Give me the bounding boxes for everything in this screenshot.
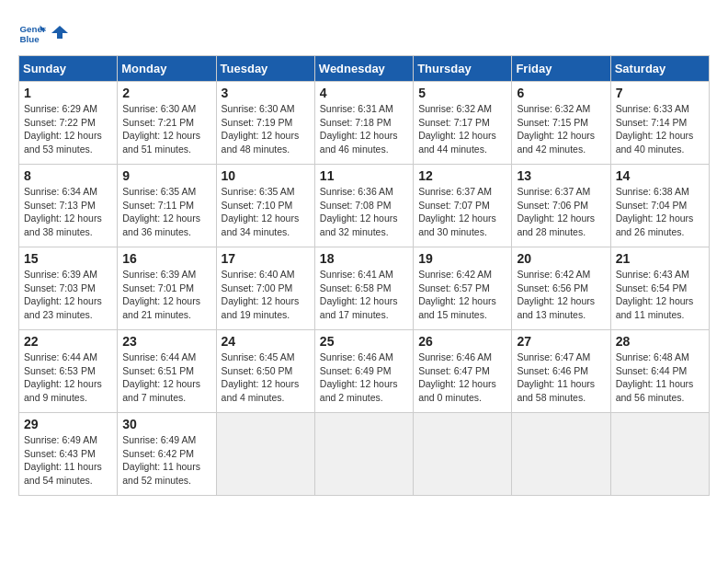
day-number: 15 — [24, 251, 112, 266]
calendar-cell: 19Sunrise: 6:42 AMSunset: 6:57 PMDayligh… — [414, 247, 512, 330]
calendar-cell: 9Sunrise: 6:35 AMSunset: 7:11 PMDaylight… — [118, 165, 216, 247]
day-info: Sunrise: 6:37 AMSunset: 7:06 PMDaylight:… — [517, 185, 605, 239]
calendar-cell: 8Sunrise: 6:34 AMSunset: 7:13 PMDaylight… — [19, 165, 118, 247]
calendar-cell: 3Sunrise: 6:30 AMSunset: 7:19 PMDaylight… — [216, 82, 314, 165]
calendar-cell: 1Sunrise: 6:29 AMSunset: 7:22 PMDaylight… — [19, 82, 118, 165]
day-number: 2 — [122, 86, 210, 100]
day-number: 1 — [24, 86, 112, 100]
calendar-week-3: 15Sunrise: 6:39 AMSunset: 7:03 PMDayligh… — [19, 247, 710, 330]
day-info: Sunrise: 6:32 AMSunset: 7:15 PMDaylight:… — [517, 102, 605, 156]
day-number: 19 — [418, 251, 506, 266]
calendar-cell: 5Sunrise: 6:32 AMSunset: 7:17 PMDaylight… — [414, 82, 512, 165]
calendar-header-saturday: Saturday — [610, 56, 709, 82]
day-info: Sunrise: 6:49 AMSunset: 6:42 PMDaylight:… — [122, 433, 210, 488]
day-info: Sunrise: 6:40 AMSunset: 7:00 PMDaylight:… — [222, 268, 310, 322]
calendar-cell: 22Sunrise: 6:44 AMSunset: 6:53 PMDayligh… — [19, 330, 118, 413]
day-number: 8 — [24, 168, 112, 183]
calendar-cell — [216, 413, 314, 496]
day-number: 26 — [418, 334, 506, 349]
day-info: Sunrise: 6:46 AMSunset: 6:47 PMDaylight:… — [418, 350, 506, 405]
day-info: Sunrise: 6:45 AMSunset: 6:50 PMDaylight:… — [222, 350, 310, 405]
day-number: 22 — [24, 334, 112, 349]
day-number: 11 — [320, 168, 408, 183]
day-info: Sunrise: 6:34 AMSunset: 7:13 PMDaylight:… — [24, 185, 112, 239]
calendar-header-friday: Friday — [512, 56, 610, 82]
calendar-cell — [512, 413, 610, 496]
day-info: Sunrise: 6:44 AMSunset: 6:53 PMDaylight:… — [24, 350, 112, 405]
svg-marker-3 — [51, 26, 68, 39]
calendar-cell: 6Sunrise: 6:32 AMSunset: 7:15 PMDaylight… — [512, 82, 610, 165]
calendar-header-row: SundayMondayTuesdayWednesdayThursdayFrid… — [19, 56, 710, 82]
calendar-cell: 4Sunrise: 6:31 AMSunset: 7:18 PMDaylight… — [314, 82, 413, 165]
day-info: Sunrise: 6:37 AMSunset: 7:07 PMDaylight:… — [418, 185, 506, 239]
day-info: Sunrise: 6:47 AMSunset: 6:46 PMDaylight:… — [517, 350, 605, 405]
calendar-header-sunday: Sunday — [19, 56, 118, 82]
calendar-cell: 18Sunrise: 6:41 AMSunset: 6:58 PMDayligh… — [314, 247, 413, 330]
day-info: Sunrise: 6:35 AMSunset: 7:10 PMDaylight:… — [222, 185, 310, 239]
page-header: General Blue — [18, 18, 710, 46]
calendar-cell: 25Sunrise: 6:46 AMSunset: 6:49 PMDayligh… — [314, 330, 413, 413]
day-number: 29 — [24, 417, 112, 431]
day-info: Sunrise: 6:46 AMSunset: 6:49 PMDaylight:… — [320, 350, 408, 405]
calendar-week-4: 22Sunrise: 6:44 AMSunset: 6:53 PMDayligh… — [19, 330, 710, 413]
day-number: 12 — [418, 168, 506, 183]
calendar-body: 1Sunrise: 6:29 AMSunset: 7:22 PMDaylight… — [19, 82, 710, 496]
calendar-cell: 21Sunrise: 6:43 AMSunset: 6:54 PMDayligh… — [610, 247, 709, 330]
calendar-header-thursday: Thursday — [414, 56, 512, 82]
calendar-cell: 15Sunrise: 6:39 AMSunset: 7:03 PMDayligh… — [19, 247, 118, 330]
day-info: Sunrise: 6:31 AMSunset: 7:18 PMDaylight:… — [320, 102, 408, 156]
calendar-cell: 20Sunrise: 6:42 AMSunset: 6:56 PMDayligh… — [512, 247, 610, 330]
day-info: Sunrise: 6:38 AMSunset: 7:04 PMDaylight:… — [616, 185, 704, 239]
svg-text:Blue: Blue — [20, 34, 40, 44]
calendar-week-5: 29Sunrise: 6:49 AMSunset: 6:43 PMDayligh… — [19, 413, 710, 496]
calendar-table: SundayMondayTuesdayWednesdayThursdayFrid… — [18, 55, 710, 496]
day-info: Sunrise: 6:30 AMSunset: 7:19 PMDaylight:… — [222, 102, 310, 156]
day-number: 25 — [320, 334, 408, 349]
calendar-header-wednesday: Wednesday — [314, 56, 413, 82]
calendar-cell: 11Sunrise: 6:36 AMSunset: 7:08 PMDayligh… — [314, 165, 413, 247]
calendar-header-tuesday: Tuesday — [216, 56, 314, 82]
calendar-cell: 14Sunrise: 6:38 AMSunset: 7:04 PMDayligh… — [610, 165, 709, 247]
day-info: Sunrise: 6:36 AMSunset: 7:08 PMDaylight:… — [320, 185, 408, 239]
calendar-cell: 23Sunrise: 6:44 AMSunset: 6:51 PMDayligh… — [118, 330, 216, 413]
calendar-header-monday: Monday — [118, 56, 216, 82]
day-number: 24 — [222, 334, 310, 349]
day-info: Sunrise: 6:39 AMSunset: 7:03 PMDaylight:… — [24, 268, 112, 322]
day-number: 5 — [418, 86, 506, 100]
calendar-cell — [414, 413, 512, 496]
day-info: Sunrise: 6:32 AMSunset: 7:17 PMDaylight:… — [418, 102, 506, 156]
day-info: Sunrise: 6:39 AMSunset: 7:01 PMDaylight:… — [122, 268, 210, 322]
logo-bird-icon — [51, 24, 68, 40]
day-number: 20 — [517, 251, 605, 266]
day-number: 6 — [517, 86, 605, 100]
day-info: Sunrise: 6:41 AMSunset: 6:58 PMDaylight:… — [320, 268, 408, 322]
calendar-cell — [314, 413, 413, 496]
day-number: 14 — [616, 168, 704, 183]
day-info: Sunrise: 6:35 AMSunset: 7:11 PMDaylight:… — [122, 185, 210, 239]
calendar-cell: 13Sunrise: 6:37 AMSunset: 7:06 PMDayligh… — [512, 165, 610, 247]
day-number: 9 — [122, 168, 210, 183]
calendar-week-1: 1Sunrise: 6:29 AMSunset: 7:22 PMDaylight… — [19, 82, 710, 165]
day-info: Sunrise: 6:49 AMSunset: 6:43 PMDaylight:… — [24, 433, 112, 488]
day-number: 30 — [122, 417, 210, 431]
logo: General Blue — [18, 18, 68, 46]
day-number: 21 — [616, 251, 704, 266]
day-number: 23 — [122, 334, 210, 349]
calendar-cell: 16Sunrise: 6:39 AMSunset: 7:01 PMDayligh… — [118, 247, 216, 330]
calendar-cell — [610, 413, 709, 496]
day-info: Sunrise: 6:33 AMSunset: 7:14 PMDaylight:… — [616, 102, 704, 156]
calendar-cell: 24Sunrise: 6:45 AMSunset: 6:50 PMDayligh… — [216, 330, 314, 413]
day-info: Sunrise: 6:43 AMSunset: 6:54 PMDaylight:… — [616, 268, 704, 322]
day-info: Sunrise: 6:29 AMSunset: 7:22 PMDaylight:… — [24, 102, 112, 156]
calendar-cell: 27Sunrise: 6:47 AMSunset: 6:46 PMDayligh… — [512, 330, 610, 413]
day-number: 17 — [222, 251, 310, 266]
calendar-cell: 30Sunrise: 6:49 AMSunset: 6:42 PMDayligh… — [118, 413, 216, 496]
day-info: Sunrise: 6:44 AMSunset: 6:51 PMDaylight:… — [122, 350, 210, 405]
day-number: 28 — [616, 334, 704, 349]
day-number: 10 — [222, 168, 310, 183]
calendar-cell: 12Sunrise: 6:37 AMSunset: 7:07 PMDayligh… — [414, 165, 512, 247]
calendar-cell: 28Sunrise: 6:48 AMSunset: 6:44 PMDayligh… — [610, 330, 709, 413]
day-number: 7 — [616, 86, 704, 100]
day-number: 13 — [517, 168, 605, 183]
calendar-cell: 26Sunrise: 6:46 AMSunset: 6:47 PMDayligh… — [414, 330, 512, 413]
